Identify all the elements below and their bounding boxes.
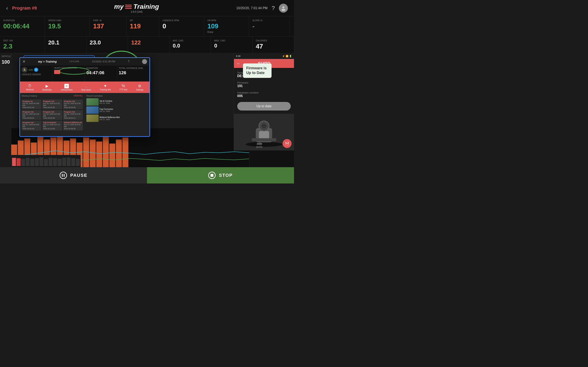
list-item: Molland-Skiftenes-Mol Oct 11, 2020 bbox=[86, 115, 148, 122]
cadence-sensor-label: CADENCE SENSOR bbox=[22, 73, 51, 76]
history-header: Workout history VIEW ALL bbox=[22, 95, 83, 98]
stop-square-icon bbox=[210, 174, 213, 177]
history-item-time: Time 00:00:30 bbox=[64, 106, 82, 108]
workout-label: Workout bbox=[26, 89, 34, 91]
activity-name: Molland-Skiftenes-Mol bbox=[99, 116, 120, 118]
history-item-title: Program #10 bbox=[43, 111, 61, 113]
nested-nav-mapraces[interactable]: 📍 Map races bbox=[81, 84, 91, 91]
svg-rect-20 bbox=[90, 140, 95, 169]
android-status-bar: 6:18 ⚡ 📶 🔋 bbox=[234, 53, 294, 59]
svg-rect-19 bbox=[83, 137, 89, 169]
svg-point-30 bbox=[261, 124, 267, 128]
nested-nav-myrealvideo[interactable]: m myRealVideo bbox=[61, 84, 72, 91]
realvideo-icon: ▶ bbox=[45, 84, 48, 88]
slope-label: SLOPE % bbox=[252, 19, 286, 22]
nested-nav-ftp[interactable]: % FTP test bbox=[120, 84, 127, 91]
activity-thumbnail bbox=[86, 115, 99, 122]
seg-block bbox=[26, 158, 30, 166]
max-cad-cell: MAX. CAD. 0 bbox=[211, 36, 252, 53]
program-title: Program #9 bbox=[12, 6, 37, 11]
history-title: Workout history bbox=[22, 95, 37, 97]
nested-nav-realvideo[interactable]: ▶ RealVideo bbox=[42, 84, 52, 91]
pwr-value: 137 bbox=[93, 22, 123, 30]
help-button[interactable]: ? bbox=[272, 5, 275, 11]
history-item-date: Oct 14, 2020 at 5:29 PM bbox=[22, 124, 41, 128]
back-button[interactable]: ‹ bbox=[6, 5, 8, 11]
save-icon[interactable] bbox=[283, 139, 292, 148]
suito-trainer-image: elite SUITO bbox=[234, 114, 294, 150]
slope-cell: SLOPE % - bbox=[249, 16, 290, 36]
activity-date: Oct 12, 2020 bbox=[99, 110, 113, 112]
nested-nav-workout[interactable]: ⏱ Workout bbox=[26, 84, 34, 91]
firmware-tooltip-line2: Up to Date bbox=[246, 71, 268, 75]
history-item-date: Oct 19, 2020 at 5:31 PM bbox=[43, 102, 61, 106]
training-label: Training test bbox=[100, 89, 111, 91]
firmware-tooltip: Firmware is Up to Date bbox=[243, 63, 272, 78]
seg-block bbox=[21, 159, 25, 166]
view-all-link[interactable]: VIEW ALL bbox=[73, 95, 83, 98]
activity-thumbnail bbox=[86, 98, 99, 106]
firmware-label: Firmware bbox=[237, 81, 291, 84]
pwr-label: PWR. W bbox=[93, 19, 123, 22]
suito-panel: 6:18 ⚡ 📶 🔋 ← SUITO Serial DE:C2:DC:3C:74… bbox=[234, 53, 294, 151]
hardware-label: Hardware revision bbox=[237, 91, 291, 94]
activity-thumbnail bbox=[86, 106, 99, 114]
realvideo-label: RealVideo bbox=[42, 89, 52, 91]
save-icon-svg bbox=[285, 142, 289, 146]
svg-rect-25 bbox=[122, 137, 129, 169]
duration-cell: DURATION 00:06:44 bbox=[0, 16, 45, 36]
list-item: Program #10 Oct 18, 2020 at 5:26 PM Time… bbox=[63, 110, 83, 120]
history-item-time: Time 00:51:00 bbox=[22, 128, 41, 130]
list-item: Cap Formentor Oct 12, 2020 bbox=[86, 106, 148, 114]
svg-rect-36 bbox=[286, 143, 288, 145]
mapraces-icon: 📍 bbox=[84, 84, 88, 88]
ftp-label: FTP test bbox=[120, 89, 127, 91]
nested-nav-settings[interactable]: ⚙ Settings bbox=[136, 84, 143, 91]
history-item-title: Molland-Skiftenes-M bbox=[64, 122, 82, 124]
history-item-title: Program #10 bbox=[22, 122, 41, 124]
history-item-date: Oct 18, 2020 at 5:28 PM bbox=[43, 113, 61, 117]
np-cell: NP 119 bbox=[127, 16, 159, 36]
seg-block bbox=[35, 158, 39, 166]
nested-help-icon[interactable]: ? bbox=[128, 60, 130, 63]
suito-hardware: Hardware revision 005 bbox=[237, 91, 291, 100]
svg-rect-0 bbox=[125, 5, 132, 6]
logo-lines-icon bbox=[125, 4, 132, 9]
avatar[interactable] bbox=[279, 4, 288, 13]
seg-block bbox=[53, 158, 57, 166]
activity-items-list: Val di Cembra Oct 12, 2020 Cap Formentor… bbox=[86, 98, 148, 122]
history-item-date: Oct 18, 2020 at 5:30 PM bbox=[64, 102, 82, 106]
history-item-title: Cap Formentor bbox=[43, 122, 61, 124]
nested-hr-bar bbox=[54, 70, 60, 74]
duration-value: 00:06:44 bbox=[3, 22, 42, 30]
nested-stats-bar: 🚴 suito B CADENCE SENSOR HEART RATE MONI… bbox=[20, 65, 149, 82]
history-item-date: Oct 18, 2020 at 5:29 PM bbox=[22, 113, 41, 117]
nested-app-header: ✕ my ≡ Training 1.9.0 (144) 10/18/20, 6:… bbox=[20, 58, 149, 65]
max-cad-value: 0 bbox=[214, 43, 249, 49]
stop-button[interactable]: STOP bbox=[147, 167, 294, 184]
myrealvideo-icon: m bbox=[64, 84, 69, 88]
stop-icon bbox=[208, 172, 216, 179]
history-item-time: Time 00:00:24 bbox=[22, 117, 41, 119]
nested-avatar bbox=[142, 59, 147, 64]
pwr-cell: PWR. W 137 bbox=[90, 16, 127, 36]
mapraces-label: Map races bbox=[81, 89, 91, 91]
history-item-date: Oct 18, 2020 at 5:26 PM bbox=[64, 113, 82, 117]
pause-button[interactable]: PAUSE bbox=[0, 167, 147, 184]
up-to-date-button[interactable]: Up to date bbox=[237, 102, 291, 110]
nested-nav-training[interactable]: ♥ Training test bbox=[100, 84, 111, 91]
history-item-time: Time 00:00:09 bbox=[43, 117, 61, 119]
seg-block bbox=[67, 157, 71, 166]
header-left: ‹ Program #9 bbox=[6, 5, 37, 11]
avg-cad-label: AVG. CAD. bbox=[173, 39, 208, 42]
nested-datetime: 10/18/20, 6:51:39 PM bbox=[92, 60, 115, 63]
dist2-cell: 20.1 bbox=[45, 36, 86, 53]
nested-close-button[interactable]: ✕ bbox=[22, 59, 26, 64]
cadence-value: 0 bbox=[163, 22, 201, 30]
svg-rect-21 bbox=[96, 142, 102, 169]
suito-back-button[interactable]: ← bbox=[236, 61, 241, 66]
pause-icon bbox=[60, 172, 67, 179]
list-item: Program #10 Oct 18, 2020 at 5:29 PM Time… bbox=[22, 110, 42, 120]
seg-block bbox=[39, 157, 43, 166]
logo-training: Training bbox=[133, 3, 159, 10]
